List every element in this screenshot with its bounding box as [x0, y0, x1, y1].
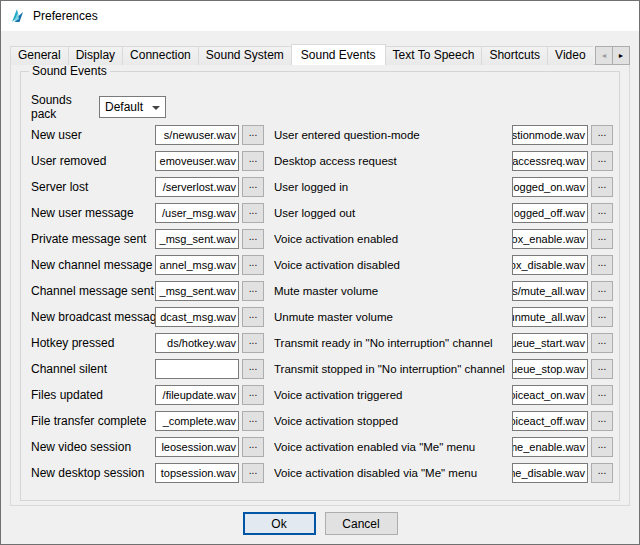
tab-scroll-right-icon[interactable]: ►	[612, 46, 630, 65]
input-mute-master-volume[interactable]: s/mute_all.wav	[512, 281, 588, 301]
browse-button-voice-activation-stopped[interactable]: ...	[591, 411, 613, 431]
browse-button-new-user[interactable]: ...	[242, 125, 264, 145]
browse-button-voice-activation-disabled[interactable]: ...	[591, 255, 613, 275]
browse-button-user-removed[interactable]: ...	[242, 151, 264, 171]
label-new-desktop-session: New desktop session	[31, 466, 155, 480]
input-new-user[interactable]: s/newuser.wav	[155, 125, 239, 145]
sound-event-row-voice-activation-enabled-via-me-menu: Voice activation enabled via "Me" menume…	[274, 434, 613, 460]
browse-button-unmute-master-volume[interactable]: ...	[591, 307, 613, 327]
sound-event-row-voice-activation-disabled-via-me-menu: Voice activation disabled via "Me" menum…	[274, 460, 613, 486]
sound-event-row-hotkey-pressed: Hotkey pressedds/hotkey.wav...	[31, 330, 264, 356]
tab-sound-system[interactable]: Sound System	[198, 46, 292, 65]
label-private-message-sent: Private message sent	[31, 232, 155, 246]
input-server-lost[interactable]: /serverlost.wav	[155, 177, 239, 197]
sound-event-row-private-message-sent: Private message sent_msg_sent.wav...	[31, 226, 264, 252]
ok-button[interactable]: Ok	[243, 512, 316, 535]
browse-button-private-message-sent[interactable]: ...	[242, 229, 264, 249]
label-channel-message-sent: Channel message sent	[31, 284, 155, 298]
browse-button-user-logged-out[interactable]: ...	[591, 203, 613, 223]
browse-button-new-channel-message[interactable]: ...	[242, 255, 264, 275]
input-desktop-access-request[interactable]: accessreq.wav	[512, 151, 588, 171]
browse-button-voice-activation-enabled[interactable]: ...	[591, 229, 613, 249]
label-voice-activation-disabled-via-me-menu: Voice activation disabled via "Me" menu	[274, 467, 512, 479]
tab-text-to-speech[interactable]: Text To Speech	[385, 46, 483, 65]
input-transmit-ready-in-no-interruption-channel[interactable]: ueue_start.wav	[512, 333, 588, 353]
tab-video[interactable]: Video	[547, 46, 593, 65]
sound-event-row-new-user: New users/newuser.wav...	[31, 122, 264, 148]
input-new-user-message[interactable]: /user_msg.wav	[155, 203, 239, 223]
tab-shortcuts[interactable]: Shortcuts	[481, 46, 548, 65]
browse-button-user-logged-in[interactable]: ...	[591, 177, 613, 197]
label-voice-activation-disabled: Voice activation disabled	[274, 259, 512, 271]
label-channel-silent: Channel silent	[31, 362, 155, 376]
browse-button-channel-silent[interactable]: ...	[242, 359, 264, 379]
browse-button-hotkey-pressed[interactable]: ...	[242, 333, 264, 353]
browse-button-channel-message-sent[interactable]: ...	[242, 281, 264, 301]
input-user-entered-question-mode[interactable]: stionmode.wav	[512, 125, 588, 145]
label-transmit-ready-in-no-interruption-channel: Transmit ready in "No interruption" chan…	[274, 337, 512, 349]
input-voice-activation-enabled[interactable]: ox_enable.wav	[512, 229, 588, 249]
input-new-desktop-session[interactable]: topsession.wav	[155, 463, 239, 483]
sound-event-row-server-lost: Server lost/serverlost.wav...	[31, 174, 264, 200]
label-user-removed: User removed	[31, 154, 155, 168]
browse-button-new-desktop-session[interactable]: ...	[242, 463, 264, 483]
browse-button-user-entered-question-mode[interactable]: ...	[591, 125, 613, 145]
browse-button-file-transfer-complete[interactable]: ...	[242, 411, 264, 431]
input-hotkey-pressed[interactable]: ds/hotkey.wav	[155, 333, 239, 353]
right-column: User entered question-modestionmode.wav.…	[274, 122, 613, 486]
input-channel-silent[interactable]	[155, 359, 239, 379]
input-files-updated[interactable]: /fileupdate.wav	[155, 385, 239, 405]
input-file-transfer-complete[interactable]: _complete.wav	[155, 411, 239, 431]
tab-sound-events[interactable]: Sound Events	[291, 44, 386, 65]
tab-display[interactable]: Display	[68, 46, 123, 65]
tab-scroll-left-icon[interactable]: ◄	[595, 46, 613, 65]
input-user-removed[interactable]: emoveuser.wav	[155, 151, 239, 171]
groupbox-title: Sound Events	[29, 64, 110, 78]
input-user-logged-in[interactable]: logged_on.wav	[512, 177, 588, 197]
label-files-updated: Files updated	[31, 388, 155, 402]
input-channel-message-sent[interactable]: _msg_sent.wav	[155, 281, 239, 301]
input-transmit-stopped-in-no-interruption-channel[interactable]: ueue_stop.wav	[512, 359, 588, 379]
input-voice-activation-triggered[interactable]: oiceact_on.wav	[512, 385, 588, 405]
input-new-broadcast-message[interactable]: dcast_msg.wav	[155, 307, 239, 327]
browse-button-server-lost[interactable]: ...	[242, 177, 264, 197]
browse-button-transmit-stopped-in-no-interruption-channel[interactable]: ...	[591, 359, 613, 379]
window-title: Preferences	[33, 9, 98, 23]
cancel-button[interactable]: Cancel	[325, 512, 398, 535]
input-voice-activation-disabled[interactable]: ox_disable.wav	[512, 255, 588, 275]
input-new-channel-message[interactable]: annel_msg.wav	[155, 255, 239, 275]
input-user-logged-out[interactable]: ogged_off.wav	[512, 203, 588, 223]
input-voice-activation-stopped[interactable]: oiceact_off.wav	[512, 411, 588, 431]
browse-button-files-updated[interactable]: ...	[242, 385, 264, 405]
browse-button-voice-activation-triggered[interactable]: ...	[591, 385, 613, 405]
input-unmute-master-volume[interactable]: unmute_all.wav	[512, 307, 588, 327]
browse-button-desktop-access-request[interactable]: ...	[591, 151, 613, 171]
browse-button-new-broadcast-message[interactable]: ...	[242, 307, 264, 327]
input-new-video-session[interactable]: leosession.wav	[155, 437, 239, 457]
combo-dropdown-icon	[152, 106, 160, 110]
sound-event-row-mute-master-volume: Mute master volumes/mute_all.wav...	[274, 278, 613, 304]
sounds-pack-select[interactable]: Default	[99, 96, 166, 118]
browse-button-mute-master-volume[interactable]: ...	[591, 281, 613, 301]
tab-strip: GeneralDisplayConnectionSound SystemSoun…	[10, 44, 593, 65]
input-private-message-sent[interactable]: _msg_sent.wav	[155, 229, 239, 249]
sound-events-groupbox: Sound Events Sounds pack Default New use…	[20, 71, 620, 501]
sound-event-row-desktop-access-request: Desktop access requestaccessreq.wav...	[274, 148, 613, 174]
sound-event-row-new-desktop-session: New desktop sessiontopsession.wav...	[31, 460, 264, 486]
browse-button-voice-activation-enabled-via-me-menu[interactable]: ...	[591, 437, 613, 457]
input-voice-activation-disabled-via-me-menu[interactable]: me_disable.wav	[512, 463, 588, 483]
sound-event-row-new-user-message: New user message/user_msg.wav...	[31, 200, 264, 226]
sounds-pack-label: Sounds pack	[31, 93, 99, 121]
tab-general[interactable]: General	[10, 46, 69, 65]
input-voice-activation-enabled-via-me-menu[interactable]: me_enable.wav	[512, 437, 588, 457]
sounds-pack-row: Sounds pack Default	[31, 96, 609, 118]
sound-event-row-user-removed: User removedemoveuser.wav...	[31, 148, 264, 174]
browse-button-new-video-session[interactable]: ...	[242, 437, 264, 457]
tab-connection[interactable]: Connection	[122, 46, 199, 65]
label-new-video-session: New video session	[31, 440, 155, 454]
sound-event-row-voice-activation-stopped: Voice activation stoppedoiceact_off.wav.…	[274, 408, 613, 434]
browse-button-new-user-message[interactable]: ...	[242, 203, 264, 223]
titlebar[interactable]: Preferences	[1, 1, 639, 31]
browse-button-transmit-ready-in-no-interruption-channel[interactable]: ...	[591, 333, 613, 353]
browse-button-voice-activation-disabled-via-me-menu[interactable]: ...	[591, 463, 613, 483]
